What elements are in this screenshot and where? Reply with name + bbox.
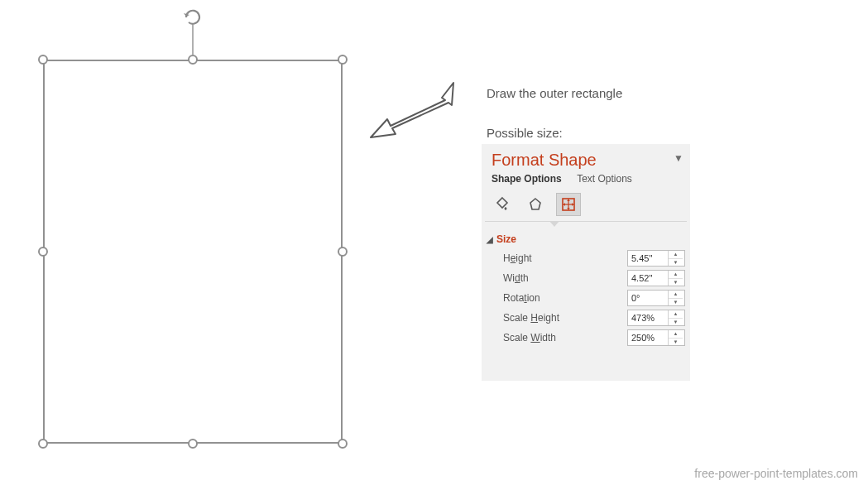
fill-line-icon[interactable] — [490, 193, 515, 216]
panel-separator — [485, 221, 687, 222]
rotation-step-down[interactable]: ▼ — [669, 299, 683, 306]
resize-handle-bottom-middle[interactable] — [188, 439, 198, 449]
collapse-triangle-icon[interactable]: ◢ — [487, 235, 493, 244]
tab-shape-options[interactable]: Shape Options — [492, 173, 562, 185]
width-input[interactable] — [628, 271, 668, 286]
scale-height-row: Scale Height ▲▼ — [482, 308, 690, 328]
scale-height-step-down[interactable]: ▼ — [669, 319, 683, 326]
tab-pointer-icon — [549, 221, 559, 227]
width-step-up[interactable]: ▲ — [669, 271, 683, 279]
selected-shape[interactable] — [43, 60, 343, 444]
scale-height-input[interactable] — [628, 310, 668, 325]
scale-height-spinner[interactable]: ▲▼ — [627, 310, 685, 326]
effects-icon[interactable] — [523, 193, 548, 216]
scale-width-row: Scale Width ▲▼ — [482, 328, 690, 348]
annotation-arrow-icon — [362, 76, 462, 146]
height-row: Height ▲▼ — [482, 248, 690, 268]
rotation-stem — [192, 25, 194, 55]
rectangle-shape[interactable] — [43, 60, 343, 444]
rotation-row: Rotation ▲▼ — [482, 288, 690, 308]
width-label: Width — [503, 272, 529, 284]
size-properties-icon[interactable] — [556, 193, 581, 216]
scale-height-label: Scale Height — [503, 312, 559, 324]
scale-width-step-down[interactable]: ▼ — [669, 339, 683, 346]
resize-handle-bottom-left[interactable] — [38, 439, 48, 449]
format-shape-panel: Format Shape ▼ Shape Options Text Option… — [482, 144, 690, 381]
height-spinner[interactable]: ▲▼ — [627, 250, 685, 267]
tab-text-options[interactable]: Text Options — [577, 173, 632, 185]
watermark-text: free-power-point-templates.com — [694, 467, 858, 480]
panel-tabs: Shape Options Text Options — [482, 170, 690, 185]
rotation-input[interactable] — [628, 291, 668, 305]
scale-width-step-up[interactable]: ▲ — [669, 330, 683, 339]
size-section-header[interactable]: ◢Size — [482, 227, 690, 248]
rotation-spinner[interactable]: ▲▼ — [627, 290, 685, 306]
panel-title: Format Shape ▼ — [482, 144, 690, 170]
scale-width-input[interactable] — [628, 330, 668, 345]
rotation-handle-icon[interactable] — [181, 8, 204, 26]
resize-handle-bottom-right[interactable] — [338, 439, 348, 449]
resize-handle-top-left[interactable] — [38, 55, 48, 65]
size-section-label: Size — [496, 233, 516, 245]
scale-width-spinner[interactable]: ▲▼ — [627, 329, 685, 346]
width-spinner[interactable]: ▲▼ — [627, 270, 685, 286]
resize-handle-top-middle[interactable] — [188, 55, 198, 65]
height-step-up[interactable]: ▲ — [669, 251, 683, 259]
panel-collapse-icon[interactable]: ▼ — [674, 152, 683, 164]
resize-handle-top-right[interactable] — [338, 55, 348, 65]
rotation-step-up[interactable]: ▲ — [669, 291, 683, 299]
rotation-label: Rotation — [503, 292, 540, 304]
scale-height-step-up[interactable]: ▲ — [669, 310, 683, 319]
width-step-down[interactable]: ▼ — [669, 279, 683, 286]
svg-marker-0 — [530, 199, 540, 209]
panel-title-text: Format Shape — [492, 151, 597, 169]
width-row: Width ▲▼ — [482, 268, 690, 288]
height-step-down[interactable]: ▼ — [669, 259, 683, 267]
scale-width-label: Scale Width — [503, 332, 556, 343]
height-input[interactable] — [628, 251, 668, 266]
panel-icon-row — [482, 185, 690, 221]
instruction-text-2: Possible size: — [487, 126, 563, 140]
instruction-text-1: Draw the outer rectangle — [487, 86, 622, 100]
resize-handle-middle-left[interactable] — [38, 247, 48, 257]
height-label: Height — [503, 252, 532, 264]
resize-handle-middle-right[interactable] — [338, 247, 348, 257]
